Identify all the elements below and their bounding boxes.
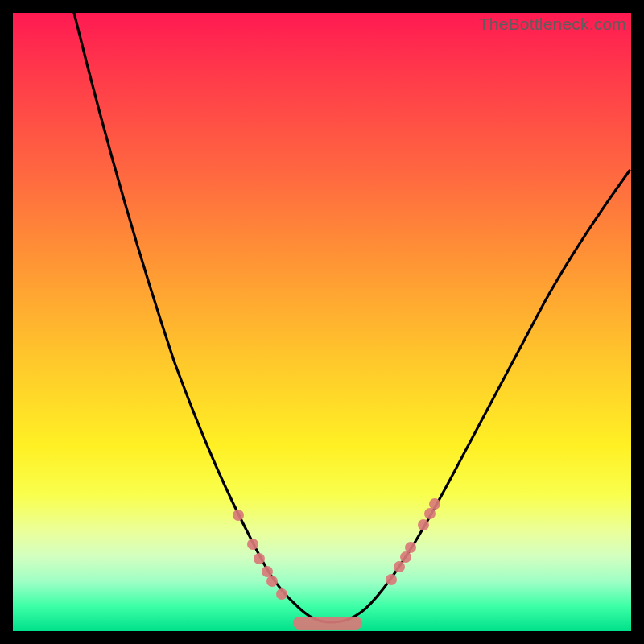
chart-frame: TheBottleneck.com (0, 0, 644, 644)
watermark-label: TheBottleneck.com (479, 14, 626, 34)
marker-right-3 (400, 551, 411, 563)
marker-left-5 (266, 576, 278, 587)
marker-left-2 (247, 539, 258, 550)
marker-right-5 (418, 519, 429, 530)
marker-right-2 (394, 561, 405, 572)
marker-left-4 (262, 566, 273, 577)
marker-right-1 (386, 574, 397, 585)
marker-left-6 (276, 588, 287, 600)
flat-bottom-marker (293, 617, 362, 630)
marker-left-1 (233, 510, 244, 521)
marker-right-6 (424, 508, 436, 519)
plot-area: TheBottleneck.com (13, 13, 631, 631)
marker-left-3 (254, 553, 265, 564)
marker-right-4 (405, 542, 416, 553)
curve-svg (13, 13, 631, 631)
marker-right-7 (429, 498, 440, 510)
bottleneck-curve (74, 13, 630, 622)
